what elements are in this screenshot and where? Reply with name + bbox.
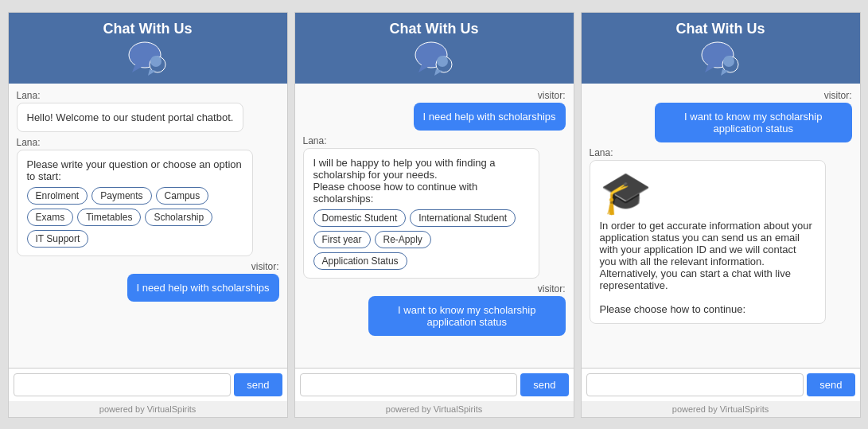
option-international[interactable]: International Student [410, 209, 516, 227]
bot-message-container: Lana: Hello! Welcome to our student port… [17, 90, 279, 132]
visitor-label-2a: visitor: [538, 90, 566, 101]
chat-header-1: Chat With Us [9, 13, 287, 84]
chat-footer-3: send [582, 368, 860, 401]
options-row-2: Domestic Student International Student F… [313, 209, 529, 270]
visitor-text-1: I need help with scholarships [137, 282, 270, 294]
chat-widget-3: Chat With Us visitor: I want to know my … [581, 12, 861, 418]
send-button-1[interactable]: send [234, 373, 282, 396]
chat-widgets-container: Chat With Us Lana: Hello! Welcome to our… [8, 12, 861, 418]
chat-footer-2: send [295, 368, 574, 401]
bot-text-3: In order to get accurate information abo… [600, 220, 812, 315]
options-row-1: Enrolment Payments Campus Exams Timetabl… [27, 187, 243, 248]
visitor-label-3a: visitor: [824, 90, 852, 101]
option-it-support[interactable]: IT Support [27, 230, 89, 248]
option-reapply[interactable]: Re-Apply [375, 231, 431, 248]
visitor-bubble-2b: I want to know my scholarship applicatio… [368, 296, 566, 336]
option-enrolment[interactable]: Enrolment [27, 187, 88, 205]
bot-bubble-3: 🎓 In order to get accurate information a… [590, 160, 826, 324]
bot-bubble-2: Please write your question or choose an … [17, 150, 253, 256]
send-button-3[interactable]: send [807, 373, 854, 396]
bot-container-2: Lana: I will be happy to help you with f… [303, 135, 566, 279]
visitor-container-2b: visitor: I want to know my scholarship a… [303, 283, 566, 336]
chat-input-1[interactable] [14, 373, 232, 396]
chat-body-3: visitor: I want to know my scholarship a… [582, 84, 860, 368]
bot-options-container: Lana: Please write your question or choo… [17, 137, 279, 256]
visitor-text-2b: I want to know my scholarship applicatio… [398, 304, 535, 328]
visitor-label-2b: visitor: [538, 283, 566, 294]
sender-label-3: Lana: [590, 147, 613, 158]
visitor-bubble-2a: I need help with scholarships [414, 103, 566, 131]
powered-by-1: powered by VirtualSpirits [9, 401, 287, 417]
visitor-text-2a: I need help with scholarships [423, 111, 556, 123]
option-domestic[interactable]: Domestic Student [313, 209, 407, 227]
chat-widget-1: Chat With Us Lana: Hello! Welcome to our… [8, 12, 288, 418]
bot-container-3: Lana: 🎓 In order to get accurate informa… [590, 147, 852, 324]
option-app-status[interactable]: Application Status [313, 252, 407, 270]
chat-title-2: Chat With Us [390, 21, 479, 37]
chat-header-3: Chat With Us [582, 13, 860, 84]
bot-bubble: Hello! Welcome to our student portal cha… [17, 103, 244, 132]
chat-input-3[interactable] [586, 373, 804, 396]
chat-input-2[interactable] [300, 373, 518, 396]
option-timetables[interactable]: Timetables [77, 209, 141, 226]
bot-text: Hello! Welcome to our student portal cha… [27, 111, 234, 123]
svg-point-8 [437, 56, 448, 67]
svg-point-13 [723, 56, 734, 67]
visitor-container-3a: visitor: I want to know my scholarship a… [590, 90, 852, 142]
chat-footer-1: send [9, 368, 287, 401]
chat-body-2: visitor: I need help with scholarships L… [295, 84, 574, 368]
option-payments[interactable]: Payments [91, 187, 151, 205]
option-first-year[interactable]: First year [313, 231, 371, 248]
powered-by-3: powered by VirtualSpirits [582, 401, 860, 417]
send-button-2[interactable]: send [520, 373, 568, 396]
option-scholarship[interactable]: Scholarship [145, 209, 212, 226]
bot-text-2b: I will be happy to help you with finding… [313, 157, 496, 205]
visitor-label-1: visitor: [251, 261, 279, 272]
visitor-message-container-1: visitor: I need help with scholarships [17, 261, 279, 302]
chat-title-1: Chat With Us [103, 21, 193, 37]
bot-bubble-2b: I will be happy to help you with finding… [303, 148, 539, 279]
chat-icon-2 [414, 41, 455, 76]
visitor-bubble-1: I need help with scholarships [127, 274, 279, 302]
option-campus[interactable]: Campus [156, 187, 209, 205]
visitor-container-2a: visitor: I need help with scholarships [303, 90, 566, 131]
option-exams[interactable]: Exams [27, 209, 74, 226]
sender-label-2: Lana: [17, 137, 41, 148]
chat-body-1: Lana: Hello! Welcome to our student port… [9, 84, 287, 368]
sender-label-2b: Lana: [303, 135, 327, 146]
chat-icon-1 [127, 41, 169, 76]
bot-text-2: Please write your question or choose an … [27, 158, 242, 182]
chat-header-2: Chat With Us [295, 13, 574, 84]
chat-title-3: Chat With Us [676, 21, 765, 37]
powered-by-2: powered by VirtualSpirits [295, 401, 574, 417]
chat-widget-2: Chat With Us visitor: I need help with s… [294, 12, 574, 418]
chat-icon-3 [700, 41, 741, 76]
graduation-cap-icon: 🎓 [600, 172, 815, 213]
sender-label: Lana: [17, 90, 41, 101]
visitor-bubble-3a: I want to know my scholarship applicatio… [655, 103, 852, 142]
svg-point-3 [150, 56, 162, 67]
visitor-text-3a: I want to know my scholarship applicatio… [684, 111, 822, 135]
